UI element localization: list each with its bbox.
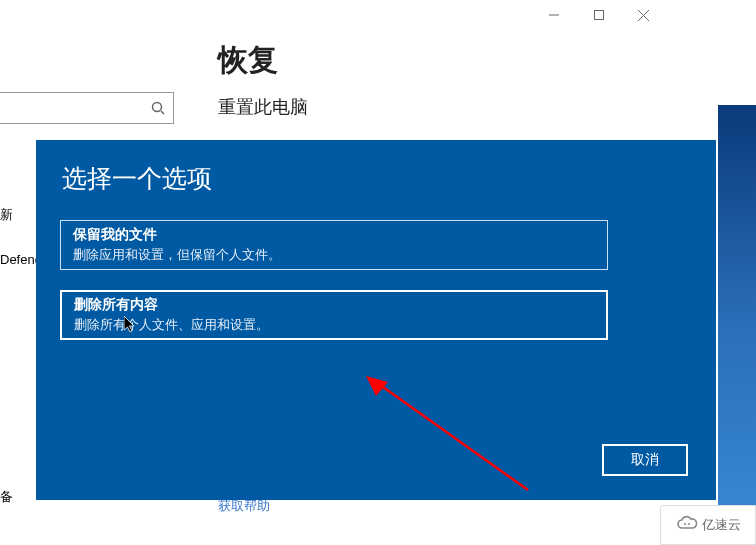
watermark: 亿速云 [660, 505, 756, 545]
maximize-button[interactable] [576, 5, 621, 25]
maximize-icon [594, 10, 604, 20]
cancel-button[interactable]: 取消 [602, 444, 688, 476]
minimize-button[interactable] [531, 5, 576, 25]
option-desc: 删除应用和设置，但保留个人文件。 [73, 246, 595, 264]
titlebar [0, 0, 666, 30]
dialog-title: 选择一个选项 [62, 162, 212, 195]
page-title: 恢复 [218, 40, 278, 81]
sidebar-item-update[interactable]: 新 [0, 206, 13, 224]
svg-point-8 [688, 523, 690, 525]
sidebar-item-backup[interactable]: 备 [0, 488, 13, 506]
cancel-label: 取消 [631, 451, 659, 469]
close-button[interactable] [621, 5, 666, 25]
reset-dialog: 选择一个选项 保留我的文件 删除应用和设置，但保留个人文件。 删除所有内容 删除… [36, 140, 716, 500]
svg-rect-1 [594, 11, 603, 20]
option-desc: 删除所有个人文件、应用和设置。 [74, 316, 594, 334]
watermark-text: 亿速云 [702, 516, 741, 534]
svg-point-9 [684, 523, 686, 525]
taskbar-strip [718, 105, 756, 545]
close-icon [638, 10, 649, 21]
option-title: 保留我的文件 [73, 226, 595, 244]
option-remove-everything[interactable]: 删除所有内容 删除所有个人文件、应用和设置。 [60, 290, 608, 340]
svg-line-5 [161, 111, 164, 114]
option-keep-files[interactable]: 保留我的文件 删除应用和设置，但保留个人文件。 [60, 220, 608, 270]
option-title: 删除所有内容 [74, 296, 594, 314]
search-icon [151, 101, 165, 115]
section-heading: 重置此电脑 [218, 95, 308, 119]
mouse-cursor-icon [124, 316, 138, 334]
search-input[interactable] [0, 92, 174, 124]
minimize-icon [549, 10, 559, 20]
cloud-icon [676, 515, 698, 535]
svg-point-4 [153, 103, 162, 112]
